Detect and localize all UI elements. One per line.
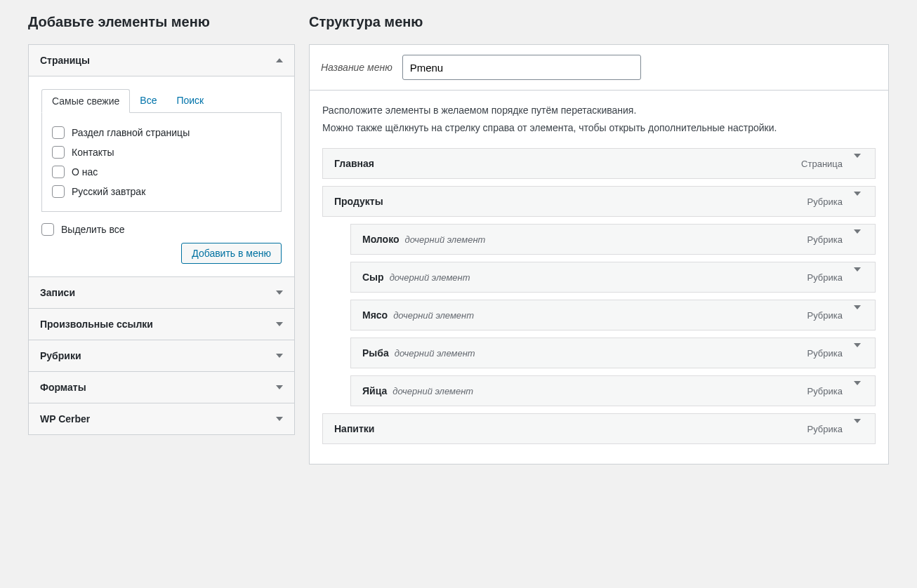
panel-pages-label: Страницы xyxy=(40,55,90,66)
panel-pages-header[interactable]: Страницы xyxy=(29,45,294,76)
menu-item-sublabel: дочерний элемент xyxy=(395,348,475,359)
menu-item-toggle[interactable] xyxy=(851,196,864,207)
panel-formats-header[interactable]: Форматы xyxy=(29,372,294,403)
panel-posts-header[interactable]: Записи xyxy=(29,277,294,309)
chevron-down-icon xyxy=(854,381,861,396)
menu-name-label: Название меню xyxy=(321,62,392,73)
menu-item-type: Рубрика xyxy=(807,348,843,359)
chevron-down-icon xyxy=(854,419,861,434)
panel-categories-label: Рубрики xyxy=(40,350,81,361)
page-item-label: Контакты xyxy=(72,147,114,158)
menu-item-type: Рубрика xyxy=(807,386,843,396)
menu-item-type: Рубрика xyxy=(807,196,843,207)
menu-item-toggle[interactable] xyxy=(851,272,864,283)
menu-item[interactable]: Главная Страница xyxy=(322,148,876,179)
checkbox-icon[interactable] xyxy=(52,185,65,198)
panel-posts-label: Записи xyxy=(40,287,75,298)
menu-item[interactable]: Яйца дочерний элемент Рубрика xyxy=(350,375,876,406)
chevron-down-icon xyxy=(854,343,861,359)
checkbox-icon[interactable] xyxy=(52,126,65,139)
help-text-1: Расположите элементы в желаемом порядке … xyxy=(322,103,876,118)
menu-item-title: Продукты xyxy=(334,196,383,207)
chevron-down-icon xyxy=(276,385,283,389)
page-item-label: Русский завтрак xyxy=(72,186,145,197)
page-item[interactable]: Контакты xyxy=(52,142,271,162)
page-item[interactable]: Русский завтрак xyxy=(52,182,271,201)
menu-item-type: Рубрика xyxy=(807,424,843,434)
tab-search[interactable]: Поиск xyxy=(166,89,213,113)
menu-item-title: Мясо xyxy=(362,309,388,321)
menu-item-title: Яйца xyxy=(362,385,387,396)
page-item-label: Раздел главной страницы xyxy=(72,127,190,138)
select-all-row[interactable]: Выделить все xyxy=(41,223,282,236)
panel-categories-header[interactable]: Рубрики xyxy=(29,340,294,372)
menu-item[interactable]: Мясо дочерний элемент Рубрика xyxy=(350,300,876,330)
menu-item-title: Напитки xyxy=(334,423,374,434)
tab-all[interactable]: Все xyxy=(130,89,166,113)
chevron-down-icon xyxy=(854,267,861,283)
panel-formats-label: Форматы xyxy=(40,382,86,393)
panel-pages-body: Самые свежие Все Поиск Раздел главной ст… xyxy=(29,76,294,277)
checkbox-icon[interactable] xyxy=(52,146,65,159)
menu-item-title: Главная xyxy=(334,158,374,169)
menu-item[interactable]: Продукты Рубрика xyxy=(322,186,876,217)
pages-tab-panel: Раздел главной страницы Контакты О нас Р… xyxy=(41,112,282,212)
page-item[interactable]: О нас xyxy=(52,162,271,182)
chevron-up-icon xyxy=(276,58,283,62)
menu-structure-body: Расположите элементы в желаемом порядке … xyxy=(309,91,889,465)
accordion-container: Страницы Самые свежие Все Поиск Раздел г… xyxy=(28,44,295,435)
tab-recent[interactable]: Самые свежие xyxy=(41,89,130,113)
menu-item-toggle[interactable] xyxy=(851,234,864,245)
menu-item-title: Молоко xyxy=(362,234,400,245)
chevron-down-icon xyxy=(854,192,861,207)
menu-item-type: Рубрика xyxy=(807,310,843,321)
chevron-down-icon xyxy=(854,154,861,169)
menu-item-type: Страница xyxy=(801,159,843,169)
menu-item-type: Рубрика xyxy=(807,234,843,245)
panel-customlinks-header[interactable]: Произвольные ссылки xyxy=(29,309,294,340)
add-elements-heading: Добавьте элементы меню xyxy=(28,14,295,30)
add-to-menu-button[interactable]: Добавить в меню xyxy=(181,243,282,264)
menu-item-toggle[interactable] xyxy=(851,309,864,321)
chevron-down-icon xyxy=(276,354,283,358)
menu-item-sublabel: дочерний элемент xyxy=(390,272,470,283)
menu-item-title: Рыба xyxy=(362,347,389,359)
menu-item-toggle[interactable] xyxy=(851,423,864,434)
menu-item[interactable]: Напитки Рубрика xyxy=(322,413,876,444)
menu-name-input[interactable] xyxy=(402,55,641,80)
chevron-down-icon xyxy=(276,417,283,421)
menu-item-type: Рубрика xyxy=(807,272,843,283)
page-item-label: О нас xyxy=(72,166,98,178)
pages-tabs: Самые свежие Все Поиск xyxy=(41,89,282,113)
help-text-2: Можно также щёлкнуть на стрелку справа о… xyxy=(322,121,876,135)
menu-item-toggle[interactable] xyxy=(851,347,864,359)
menu-item[interactable]: Молоко дочерний элемент Рубрика xyxy=(350,224,876,255)
menu-item-title: Сыр xyxy=(362,272,384,283)
chevron-down-icon xyxy=(276,290,283,295)
page-item[interactable]: Раздел главной страницы xyxy=(52,123,271,142)
menu-item-sublabel: дочерний элемент xyxy=(392,386,473,396)
menu-item-toggle[interactable] xyxy=(851,158,864,169)
menu-items-list: Главная Страница Продукты Рубрика xyxy=(322,148,876,444)
structure-heading: Структура меню xyxy=(309,14,889,30)
chevron-down-icon xyxy=(276,322,283,326)
menu-item-sublabel: дочерний элемент xyxy=(405,234,486,245)
menu-item[interactable]: Рыба дочерний элемент Рубрика xyxy=(350,338,876,368)
panel-customlinks-label: Произвольные ссылки xyxy=(40,319,153,330)
menu-item-sublabel: дочерний элемент xyxy=(393,310,474,321)
chevron-down-icon xyxy=(854,305,861,321)
chevron-down-icon xyxy=(854,229,861,245)
checkbox-icon[interactable] xyxy=(52,166,65,178)
menu-item-toggle[interactable] xyxy=(851,385,864,396)
select-all-label: Выделить все xyxy=(61,224,125,235)
panel-wpcerber-label: WP Cerber xyxy=(40,413,90,425)
menu-item[interactable]: Сыр дочерний элемент Рубрика xyxy=(350,262,876,293)
menu-name-bar: Название меню xyxy=(309,44,889,91)
panel-wpcerber-header[interactable]: WP Cerber xyxy=(29,403,294,434)
checkbox-icon[interactable] xyxy=(41,223,54,236)
